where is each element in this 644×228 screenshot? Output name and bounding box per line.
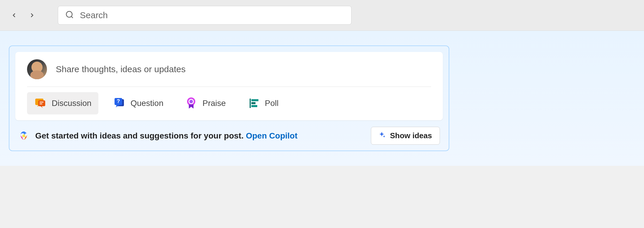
svg-rect-12 — [250, 99, 251, 108]
svg-point-16 — [22, 134, 25, 137]
post-type-label: Poll — [265, 99, 279, 108]
show-ideas-label: Show ideas — [390, 131, 432, 140]
post-type-label: Question — [130, 99, 163, 108]
svg-point-0 — [66, 11, 72, 17]
svg-text:?: ? — [117, 98, 120, 104]
forward-button[interactable] — [27, 10, 37, 21]
avatar[interactable] — [27, 59, 47, 79]
post-type-poll[interactable]: Poll — [240, 92, 286, 114]
copilot-prompt-text: Get started with ideas and suggestions f… — [35, 131, 246, 140]
svg-rect-13 — [251, 99, 258, 101]
post-type-praise[interactable]: Praise — [178, 92, 233, 114]
copilot-prompt: Get started with ideas and suggestions f… — [18, 130, 297, 141]
svg-line-1 — [71, 16, 73, 18]
nav-arrows — [6, 10, 37, 21]
svg-rect-3 — [38, 100, 45, 106]
content-area: Discussion ? Question — [0, 31, 644, 166]
copilot-text: Get started with ideas and suggestions f… — [35, 131, 297, 141]
search-input[interactable] — [80, 10, 344, 20]
search-container[interactable] — [58, 6, 352, 25]
discussion-icon — [34, 97, 47, 110]
compose-panel: Discussion ? Question — [9, 45, 449, 151]
sparkle-icon — [379, 131, 386, 140]
post-type-label: Discussion — [52, 99, 91, 108]
post-type-question[interactable]: ? Question — [106, 92, 170, 114]
search-icon — [65, 10, 74, 20]
svg-rect-14 — [251, 102, 255, 104]
compose-card: Discussion ? Question — [15, 52, 443, 120]
back-button[interactable] — [9, 10, 19, 21]
header-bar — [0, 0, 644, 31]
post-type-discussion[interactable]: Discussion — [27, 92, 98, 114]
open-copilot-link[interactable]: Open Copilot — [246, 131, 297, 140]
svg-rect-15 — [251, 105, 257, 107]
praise-icon — [185, 97, 198, 110]
copilot-icon — [18, 130, 29, 141]
copilot-row: Get started with ideas and suggestions f… — [15, 120, 443, 145]
question-icon: ? — [113, 97, 126, 110]
show-ideas-button[interactable]: Show ideas — [371, 127, 440, 145]
poll-icon — [247, 97, 260, 110]
compose-header — [27, 59, 431, 87]
compose-input[interactable] — [56, 64, 431, 74]
post-types: Discussion ? Question — [27, 92, 431, 114]
post-type-label: Praise — [202, 99, 226, 108]
svg-point-11 — [189, 100, 193, 103]
